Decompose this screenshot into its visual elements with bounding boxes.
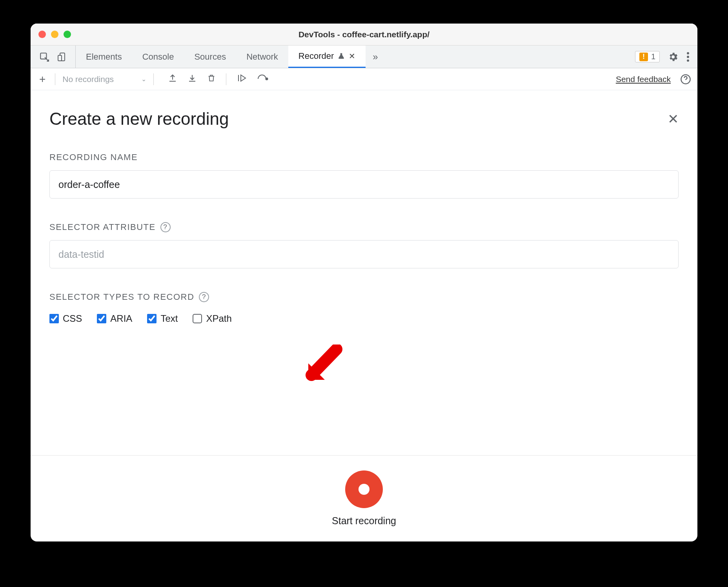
settings-icon[interactable] [668, 51, 679, 62]
selector-types-label: SELECTOR TYPES TO RECORD ? [49, 292, 679, 302]
tab-label: Recorder [298, 51, 334, 61]
new-recording-icon[interactable]: + [37, 73, 48, 86]
issues-badge[interactable]: ! 1 [635, 51, 660, 62]
close-tab-icon[interactable]: ✕ [349, 51, 355, 61]
recordings-dropdown-label: No recordings [62, 75, 114, 84]
checkbox-input[interactable] [193, 314, 202, 323]
tab-console[interactable]: Console [132, 46, 184, 68]
checkbox-input[interactable] [147, 314, 157, 323]
toolbar-icons [168, 73, 269, 85]
svg-rect-2 [58, 55, 62, 61]
footer: Start recording [31, 455, 697, 541]
chevron-down-icon: ⌄ [141, 75, 146, 83]
checkbox-label: ARIA [110, 313, 132, 324]
recording-name-section: RECORDING NAME [49, 152, 679, 199]
tab-recorder[interactable]: Recorder ✕ [288, 46, 366, 68]
tab-label: Sources [194, 52, 226, 62]
tabs-overflow-icon[interactable]: » [366, 46, 385, 68]
tabbar-left-controls [31, 46, 76, 68]
zoom-window-button[interactable] [64, 31, 71, 38]
svg-point-3 [687, 52, 689, 54]
tab-label: Elements [86, 52, 122, 62]
label-text: SELECTOR ATTRIBUTE [49, 222, 156, 232]
recorder-toolbar: + No recordings ⌄ Send feedback [31, 68, 697, 90]
close-page-icon[interactable]: ✕ [668, 111, 679, 127]
window-title: DevTools - coffee-cart.netlify.app/ [31, 30, 697, 39]
import-icon[interactable] [187, 73, 197, 85]
svg-point-4 [687, 56, 689, 58]
checkbox-text[interactable]: Text [147, 313, 178, 324]
recordings-dropdown[interactable]: No recordings ⌄ [62, 75, 146, 84]
selector-attribute-label: SELECTOR ATTRIBUTE ? [49, 222, 679, 232]
svg-point-5 [687, 59, 689, 62]
page-title: Create a new recording [49, 109, 229, 129]
checkbox-xpath[interactable]: XPath [193, 313, 231, 324]
svg-point-6 [266, 78, 268, 80]
devtools-tabbar: Elements Console Sources Network Recorde… [31, 46, 697, 68]
toolbar-right: Send feedback [616, 74, 691, 85]
selector-types-section: SELECTOR TYPES TO RECORD ? CSS ARIA Text [49, 292, 679, 324]
divider [153, 73, 154, 85]
tab-label: Console [142, 52, 174, 62]
checkbox-aria[interactable]: ARIA [97, 313, 132, 324]
divider [55, 73, 55, 85]
continue-icon[interactable] [237, 73, 247, 85]
step-icon[interactable] [257, 73, 269, 85]
delete-icon[interactable] [207, 73, 216, 85]
traffic-lights [31, 31, 71, 38]
checkbox-label: XPath [206, 313, 231, 324]
checkbox-label: CSS [63, 313, 82, 324]
toggle-device-icon[interactable] [57, 52, 67, 62]
page-header: Create a new recording ✕ [49, 109, 679, 129]
export-icon[interactable] [168, 73, 177, 85]
selector-attribute-section: SELECTOR ATTRIBUTE ? [49, 222, 679, 268]
start-recording-button[interactable] [345, 470, 383, 508]
checkbox-label: Text [160, 313, 178, 324]
tabs: Elements Console Sources Network Recorde… [76, 46, 627, 68]
minimize-window-button[interactable] [51, 31, 58, 38]
help-icon[interactable] [680, 74, 691, 85]
send-feedback-link[interactable]: Send feedback [616, 75, 671, 84]
close-window-button[interactable] [38, 31, 46, 38]
checkbox-input[interactable] [97, 314, 106, 323]
help-icon[interactable]: ? [199, 292, 209, 302]
more-icon[interactable] [686, 51, 690, 62]
tabbar-right: ! 1 [627, 46, 697, 68]
checkbox-input[interactable] [49, 314, 59, 323]
record-dot-icon [359, 484, 369, 495]
recording-name-label: RECORDING NAME [49, 152, 679, 162]
checkbox-css[interactable]: CSS [49, 313, 82, 324]
arrow-annotation [304, 345, 344, 388]
tab-label: Network [246, 52, 278, 62]
divider [226, 73, 226, 85]
tab-sources[interactable]: Sources [184, 46, 236, 68]
start-recording-label: Start recording [332, 515, 396, 527]
recorder-content: Create a new recording ✕ RECORDING NAME … [31, 90, 697, 455]
warning-icon: ! [639, 53, 648, 61]
selector-types-checkboxes: CSS ARIA Text XPath [49, 313, 679, 324]
devtools-window: DevTools - coffee-cart.netlify.app/ Elem… [31, 24, 697, 541]
tab-elements[interactable]: Elements [76, 46, 132, 68]
recording-name-input[interactable] [49, 170, 679, 199]
selector-attribute-input[interactable] [49, 240, 679, 268]
tab-network[interactable]: Network [236, 46, 288, 68]
issues-count: 1 [651, 52, 655, 61]
select-element-icon[interactable] [39, 52, 49, 62]
titlebar: DevTools - coffee-cart.netlify.app/ [31, 24, 697, 46]
help-icon[interactable]: ? [160, 222, 171, 232]
label-text: SELECTOR TYPES TO RECORD [49, 292, 194, 302]
flask-icon [338, 52, 345, 60]
